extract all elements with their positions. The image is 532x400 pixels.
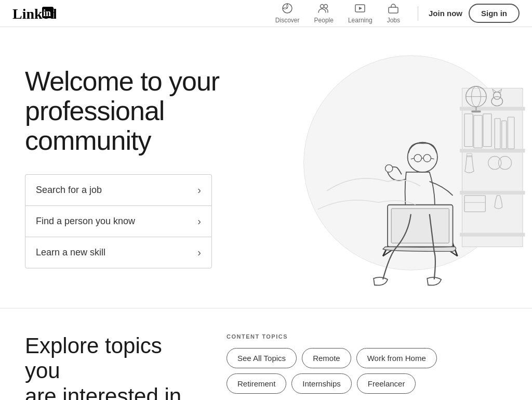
chevron-right-icon: ›	[197, 215, 201, 227]
learning-icon	[354, 3, 366, 16]
jobs-icon	[388, 3, 399, 16]
nav-item-people[interactable]: People	[309, 3, 339, 24]
learn-skill-action[interactable]: Learn a new skill ›	[25, 237, 212, 268]
svg-rect-14	[460, 233, 525, 237]
pill-work-from-home[interactable]: Work from Home	[356, 348, 437, 368]
svg-text:in: in	[43, 8, 51, 18]
topics-pills-row-2: Retirement Internships Freelancer	[227, 373, 507, 394]
learning-label: Learning	[348, 17, 373, 24]
navbar: Linked in Discover	[0, 0, 532, 27]
hero-left: Welcome to your professional community S…	[25, 67, 243, 269]
svg-marker-7	[359, 7, 362, 10]
pill-freelancer[interactable]: Freelancer	[357, 373, 416, 394]
svg-rect-8	[389, 7, 398, 13]
chevron-right-icon: ›	[197, 247, 201, 259]
topics-right: CONTENT TOPICS See All Topics Remote Wor…	[227, 333, 507, 399]
people-label: People	[314, 17, 334, 24]
topics-section-label: CONTENT TOPICS	[227, 333, 507, 340]
topics-left: Explore topics you are interested in	[25, 333, 202, 400]
jobs-label: Jobs	[387, 17, 400, 24]
discover-label: Discover	[275, 17, 300, 24]
svg-rect-48	[391, 209, 449, 243]
hero-illustration	[243, 27, 532, 308]
pill-see-all-topics[interactable]: See All Topics	[227, 348, 297, 368]
svg-rect-10	[462, 88, 523, 247]
logo[interactable]: Linked in	[12, 5, 56, 22]
hero-title: Welcome to your professional community	[25, 67, 243, 156]
sign-in-button[interactable]: Sign in	[469, 4, 520, 23]
pill-internships[interactable]: Internships	[291, 373, 351, 394]
nav-item-discover[interactable]: Discover	[270, 3, 305, 24]
nav-item-learning[interactable]: Learning	[343, 3, 378, 24]
nav-item-jobs[interactable]: Jobs	[382, 3, 405, 24]
svg-rect-11	[460, 107, 525, 110]
svg-point-5	[324, 5, 328, 8]
svg-rect-19	[471, 111, 481, 113]
chevron-right-icon: ›	[197, 184, 201, 196]
find-person-label: Find a person you know	[36, 216, 135, 227]
find-person-action[interactable]: Find a person you know ›	[25, 205, 212, 237]
pill-remote[interactable]: Remote	[302, 348, 351, 368]
pill-retirement[interactable]: Retirement	[227, 373, 286, 394]
learn-skill-label: Learn a new skill	[36, 247, 105, 258]
svg-rect-12	[460, 149, 525, 152]
linkedin-logo-icon: Linked in	[12, 5, 56, 22]
svg-point-46	[385, 165, 393, 172]
svg-rect-13	[460, 191, 525, 195]
svg-point-40	[408, 143, 437, 172]
nav-items: Discover People Learning	[270, 3, 405, 24]
join-now-button[interactable]: Join now	[422, 5, 469, 22]
search-job-label: Search for a job	[36, 185, 102, 196]
discover-icon	[282, 3, 293, 16]
topics-title: Explore topics you are interested in	[25, 333, 202, 400]
hero-section: Welcome to your professional community S…	[0, 27, 532, 308]
hero-illustration-svg	[243, 27, 532, 308]
hero-actions: Search for a job › Find a person you kno…	[25, 174, 212, 268]
topics-section: Explore topics you are interested in CON…	[0, 308, 532, 400]
people-icon	[318, 3, 329, 16]
svg-point-4	[321, 5, 324, 8]
search-job-action[interactable]: Search for a job ›	[25, 174, 212, 205]
topics-pills-row-1: See All Topics Remote Work from Home	[227, 348, 507, 368]
nav-divider	[418, 6, 418, 21]
